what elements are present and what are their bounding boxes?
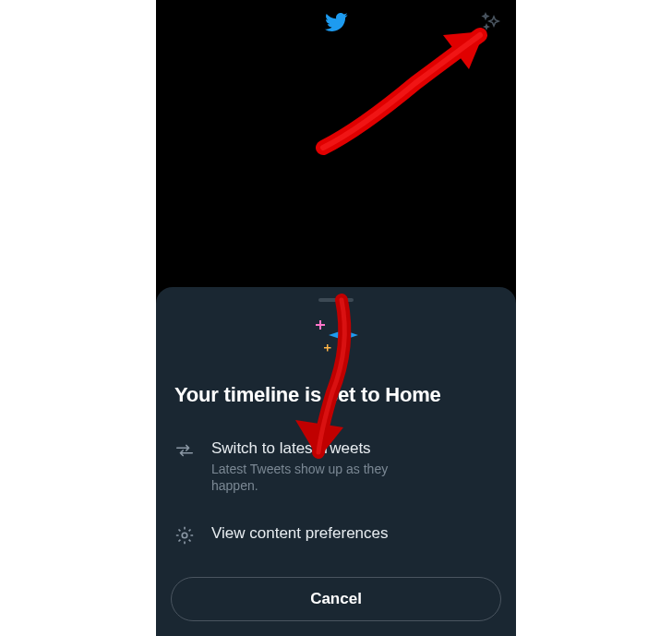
sparkles-illustration (171, 315, 501, 361)
sheet-grabber[interactable] (318, 298, 354, 302)
switch-to-latest-option[interactable]: Switch to latest Tweets Latest Tweets sh… (171, 429, 501, 503)
twitter-logo (324, 10, 348, 38)
twitter-bird-icon (324, 10, 348, 34)
option-texts: Switch to latest Tweets Latest Tweets sh… (211, 438, 498, 494)
sparkles-illustration-icon (310, 315, 362, 361)
sheet-title: Your timeline is set to Home (174, 383, 498, 407)
option-primary-label: Switch to latest Tweets (211, 438, 498, 459)
phone-frame: Your timeline is set to Home Switch to l… (156, 0, 516, 636)
option-secondary-label: Latest Tweets show up as they happen. (211, 461, 396, 494)
option-primary-label: View content preferences (211, 523, 498, 544)
option-texts: View content preferences (211, 523, 498, 546)
swap-icon (174, 440, 195, 464)
content-preferences-option[interactable]: View content preferences (171, 514, 501, 558)
gear-icon (174, 525, 195, 549)
svg-point-0 (182, 533, 187, 538)
cancel-button[interactable]: Cancel (171, 577, 501, 621)
timeline-options-button[interactable] (481, 11, 503, 37)
sparkles-icon (481, 11, 503, 33)
timeline-options-sheet: Your timeline is set to Home Switch to l… (156, 287, 516, 636)
app-header (156, 0, 516, 48)
